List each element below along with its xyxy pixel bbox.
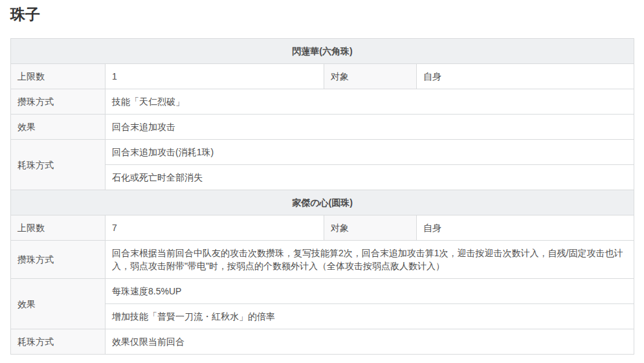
gain-value: 技能「天仁烈破」 xyxy=(105,89,634,115)
bead-section-hexagon: 閃蓮華(六角珠) 上限数 1 对象 自身 攒珠方式 技能「天仁烈破」 效果 回合… xyxy=(11,39,634,190)
bead-table: 閃蓮華(六角珠) 上限数 1 对象 自身 攒珠方式 技能「天仁烈破」 效果 回合… xyxy=(10,38,634,355)
gain-label: 攒珠方式 xyxy=(11,241,105,279)
table-row: 攒珠方式 技能「天仁烈破」 xyxy=(11,89,634,115)
section-header-row: 家傑の心(圆珠) xyxy=(11,190,634,215)
consume-value: 回合末追加攻击(消耗1珠) xyxy=(105,140,634,165)
effect-value: 每珠速度8.5%UP xyxy=(105,279,634,304)
table-row: 耗珠方式 回合末追加攻击(消耗1珠) xyxy=(11,140,634,165)
page-title: 珠子 xyxy=(10,5,634,23)
effect-label: 效果 xyxy=(11,279,105,329)
gain-label: 攒珠方式 xyxy=(11,89,105,115)
effect-value: 回合末追加攻击 xyxy=(105,115,634,140)
consume-value: 效果仅限当前回合 xyxy=(105,329,634,355)
section-title: 家傑の心(圆珠) xyxy=(11,190,634,215)
gain-value: 回合末根据当前回合中队友的攻击次数攒珠，复写技能算2次，回合末追加攻击算1次，迎… xyxy=(105,241,634,279)
limit-label: 上限数 xyxy=(11,64,105,89)
limit-label: 上限数 xyxy=(11,215,105,241)
target-value: 自身 xyxy=(417,215,634,241)
section-header-row: 閃蓮華(六角珠) xyxy=(11,39,634,64)
table-row: 上限数 1 对象 自身 xyxy=(11,64,634,89)
table-row: 耗珠方式 效果仅限当前回合 xyxy=(11,329,634,355)
table-row: 效果 回合末追加攻击 xyxy=(11,115,634,140)
table-row: 效果 每珠速度8.5%UP xyxy=(11,279,634,304)
effect-label: 效果 xyxy=(11,115,105,140)
page: 珠子 閃蓮華(六角珠) 上限数 1 对象 自身 攒珠方式 技能「天仁烈破」 xyxy=(0,0,644,363)
section-title: 閃蓮華(六角珠) xyxy=(11,39,634,64)
consume-label: 耗珠方式 xyxy=(11,140,105,190)
table-row: 攒珠方式 回合末根据当前回合中队友的攻击次数攒珠，复写技能算2次，回合末追加攻击… xyxy=(11,241,634,279)
consume-value: 石化或死亡时全部消失 xyxy=(105,165,634,190)
bead-section-round: 家傑の心(圆珠) 上限数 7 对象 自身 攒珠方式 回合末根据当前回合中队友的攻… xyxy=(11,190,634,355)
limit-value: 1 xyxy=(105,64,324,89)
target-value: 自身 xyxy=(417,64,634,89)
target-label: 对象 xyxy=(324,64,417,89)
target-label: 对象 xyxy=(324,215,417,241)
effect-value: 增加技能「普賢一刀流・紅秋水」的倍率 xyxy=(105,304,634,329)
table-row: 上限数 7 对象 自身 xyxy=(11,215,634,241)
limit-value: 7 xyxy=(105,215,324,241)
consume-label: 耗珠方式 xyxy=(11,329,105,355)
